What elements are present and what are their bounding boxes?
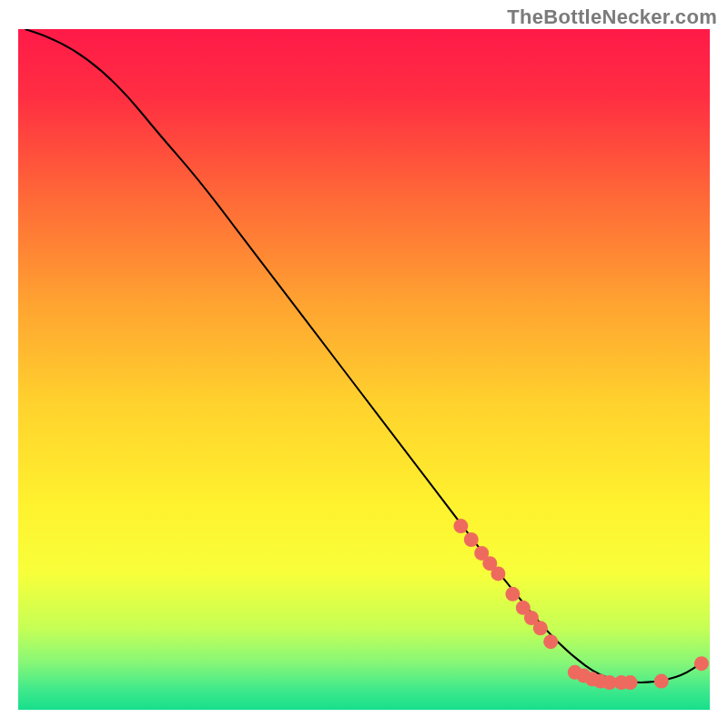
- data-marker: [464, 532, 479, 547]
- data-marker: [654, 674, 669, 689]
- plot-area: [18, 29, 710, 710]
- data-marker: [533, 621, 548, 635]
- chart-svg: [18, 29, 710, 710]
- data-marker: [453, 519, 468, 533]
- chart-container: TheBottleNecker.com: [0, 0, 728, 728]
- data-marker: [490, 566, 505, 581]
- data-marker: [623, 675, 638, 690]
- data-marker: [543, 634, 558, 649]
- data-marker: [694, 656, 709, 671]
- attribution-label: TheBottleNecker.com: [507, 5, 717, 29]
- data-marker: [505, 587, 520, 602]
- gradient-background: [18, 29, 710, 710]
